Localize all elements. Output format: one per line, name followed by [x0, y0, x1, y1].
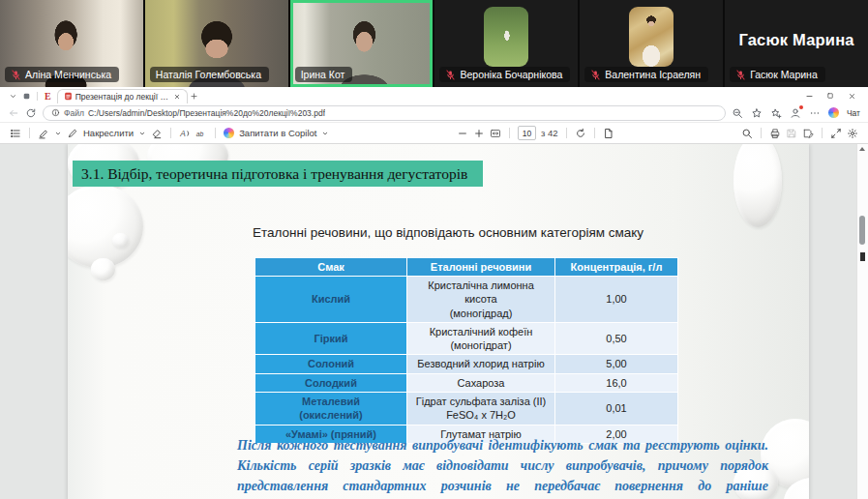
chevron-down-icon[interactable]: [321, 130, 329, 137]
person-icon: [790, 107, 801, 119]
slide-note: Після кожного тестування випробувачі іде…: [237, 435, 768, 499]
address-bar: Файл C:/Users/admin/Desktop/Презентація%…: [0, 103, 868, 123]
draw-pen-icon[interactable]: [67, 128, 78, 139]
tab-actions-menu-button[interactable]: [6, 89, 19, 103]
participant-tile[interactable]: Вероніка Бочарнікова: [434, 0, 578, 87]
scroll-up-arrow-icon[interactable]: [859, 147, 865, 151]
table-cell: 1,00: [555, 277, 678, 323]
table-cell: Солоний: [255, 355, 407, 373]
settings-menu-icon[interactable]: [809, 107, 821, 119]
rotate-icon[interactable]: [575, 128, 586, 139]
page-count-label: з 42: [541, 128, 558, 138]
draw-button-label[interactable]: Накреслити: [83, 128, 134, 138]
scrollbar-marker: [860, 252, 865, 261]
bubble-decoration: [68, 185, 143, 268]
table-cell: Кристалічний кофеїн (моногідрат): [407, 322, 555, 355]
participant-name: Валентина Ісраелян: [605, 69, 701, 80]
table-row: ГіркийКристалічний кофеїн (моногідрат)0,…: [255, 322, 678, 355]
zoom-out-icon[interactable]: [457, 128, 468, 139]
participant-tile[interactable]: Валентина Ісраелян: [580, 0, 723, 87]
toolbar-divider: [29, 128, 30, 138]
favorite-star-icon[interactable]: [751, 107, 763, 119]
refresh-icon[interactable]: [25, 107, 37, 119]
minimize-button[interactable]: [798, 89, 820, 103]
participant-name-large: Гасюк Марина: [725, 31, 868, 49]
slide-page: 3.1. Відбір, теоретична підготовка і тре…: [68, 144, 809, 499]
copilot-icon[interactable]: [224, 128, 234, 138]
copilot-icon[interactable]: [828, 107, 839, 118]
copilot-button-label[interactable]: Запитати в Copilot: [239, 128, 316, 138]
favorites-list-icon[interactable]: [770, 107, 782, 119]
mic-muted-icon: [11, 70, 21, 80]
participant-name-pill: Валентина Ісраелян: [584, 67, 708, 82]
minimize-icon: [805, 92, 814, 101]
new-tab-button[interactable]: [188, 89, 201, 103]
taste-reference-table: СмакЕталонні речовиниКонцентрація, г/л К…: [254, 257, 678, 444]
participant-name-pill: Вероніка Бочарнікова: [439, 67, 570, 82]
search-icon[interactable]: [741, 128, 753, 139]
mic-muted-icon: [590, 70, 601, 80]
zoom-in-icon[interactable]: [473, 128, 485, 139]
print-icon[interactable]: [769, 128, 781, 139]
participant-name-pill: Ірина Кот: [295, 67, 353, 82]
participant-tile[interactable]: Гасюк МаринаГасюк Марина: [725, 0, 868, 87]
page-view-icon[interactable]: [603, 128, 614, 139]
toolbar-divider: [170, 128, 171, 138]
chevron-down-icon[interactable]: [54, 130, 62, 137]
contents-menu-icon[interactable]: [10, 128, 21, 139]
table-header-row: СмакЕталонні речовиниКонцентрація, г/л: [255, 258, 678, 277]
page-number-input[interactable]: [518, 126, 536, 140]
browser-window: E Презентація до лекції 3.pdf Файл C:/Us…: [0, 87, 868, 499]
bubble-decoration: [733, 144, 782, 227]
back-icon[interactable]: [8, 107, 19, 119]
close-button[interactable]: [841, 89, 862, 103]
chevron-down-icon[interactable]: [138, 130, 146, 137]
participant-name-pill: Аліна Менчинська: [5, 67, 119, 82]
fit-width-icon[interactable]: [490, 128, 501, 139]
ab-text-icon[interactable]: ab: [195, 128, 207, 139]
eraser-icon[interactable]: [151, 128, 163, 139]
copilot-chat-label[interactable]: Чат: [847, 108, 860, 118]
info-icon[interactable]: [51, 108, 60, 117]
highlighter-icon[interactable]: [38, 128, 49, 139]
table-row: СолонийБезводний хлорид натрію5,00: [255, 355, 678, 373]
save-icon[interactable]: [786, 128, 797, 139]
pinned-tab-e[interactable]: E: [42, 91, 54, 102]
active-tab[interactable]: Презентація до лекції 3.pdf: [57, 89, 188, 103]
participant-tile[interactable]: Ірина Кот: [290, 0, 434, 87]
table-cell: Гідрат сульфата заліза (II) FeSO₄ x 7H₂O: [407, 393, 555, 426]
toolbar-divider: [566, 128, 567, 138]
save-as-icon[interactable]: [802, 128, 814, 139]
profile-avatar[interactable]: [790, 107, 801, 119]
fullscreen-icon[interactable]: [830, 128, 842, 139]
table-header-cell: Еталонні речовини: [407, 258, 555, 277]
gear-icon[interactable]: [847, 128, 858, 139]
workspace-icon: [22, 92, 31, 101]
plus-icon: [190, 92, 198, 101]
address-url-text: C:/Users/admin/Desktop/Презентація%20до%…: [88, 108, 325, 118]
page-zoom-icon[interactable]: [732, 107, 743, 119]
address-input[interactable]: Файл C:/Users/admin/Desktop/Презентація%…: [43, 105, 726, 121]
vertical-scrollbar[interactable]: [856, 144, 868, 499]
participant-name: Ірина Кот: [301, 69, 345, 80]
close-icon: [848, 92, 856, 101]
scrollbar-thumb[interactable]: [859, 216, 865, 245]
table-cell: Гіркий: [255, 322, 407, 355]
table-cell: Металевий (окислений): [255, 393, 407, 426]
window-controls: [798, 89, 862, 103]
participant-tile[interactable]: Наталія Голембовська: [145, 0, 288, 87]
pinned-tab-workspace[interactable]: [19, 89, 33, 103]
read-aloud-icon[interactable]: A: [179, 128, 191, 139]
table-row: КислийКристалічна лимонна кисота (моногі…: [255, 277, 678, 323]
participant-tile[interactable]: Аліна Менчинська: [0, 0, 143, 87]
tab-close-icon[interactable]: [173, 93, 181, 101]
tab-title: Презентація до лекції 3.pdf: [75, 92, 170, 102]
table-row: Металевий (окислений)Гідрат сульфата зал…: [255, 393, 678, 426]
table-cell: 16,0: [555, 373, 678, 392]
table-cell: 0,01: [555, 393, 678, 426]
table-cell: Кислий: [255, 277, 407, 323]
address-bar-icons: Чат: [732, 107, 860, 119]
maximize-button[interactable]: [820, 89, 841, 103]
bubble-decoration: [91, 258, 115, 280]
table-row: СолодкийСахароза16,0: [255, 373, 678, 392]
